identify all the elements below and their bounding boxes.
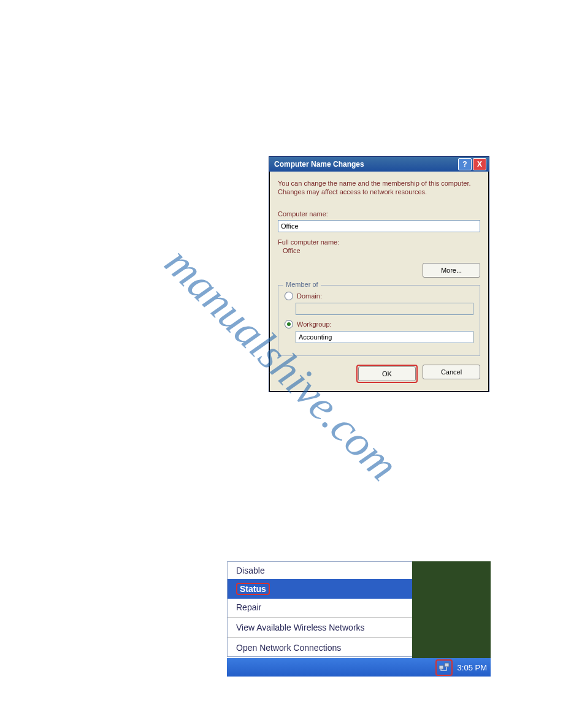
menu-item-open-connections[interactable]: Open Network Connections [228,639,413,656]
full-computer-name-value: Office [278,247,480,254]
network-tray-icon[interactable] [438,661,450,672]
svg-rect-0 [439,665,443,669]
full-computer-name-label: Full computer name: [278,238,480,246]
menu-item-status[interactable]: Status [228,579,413,599]
menu-item-wireless[interactable]: View Available Wireless Networks [228,619,413,636]
domain-input[interactable] [296,303,473,315]
dialog-titlebar[interactable]: Computer Name Changes ? X [269,157,489,172]
taskbar-clock: 3:05 PM [458,663,487,672]
network-icon-highlight [435,659,453,676]
domain-radio[interactable] [285,292,293,300]
ok-highlight: OK [356,365,418,383]
svg-rect-1 [445,663,449,667]
menu-item-disable[interactable]: Disable [228,562,413,579]
more-button[interactable]: More... [423,263,480,278]
workgroup-input[interactable] [296,331,473,343]
workgroup-radio[interactable] [285,320,293,328]
help-icon[interactable]: ? [458,158,472,170]
menu-item-repair[interactable]: Repair [228,599,413,616]
member-of-legend: Member of [283,281,321,288]
computer-name-input[interactable] [278,220,480,232]
systray-contextmenu-figure: Disable Status Repair View Available Wir… [227,561,491,677]
computer-name-changes-dialog: Computer Name Changes ? X You can change… [269,156,489,392]
menu-separator [228,617,413,618]
computer-name-label: Computer name: [278,210,480,218]
network-context-menu: Disable Status Repair View Available Wir… [227,561,413,657]
cancel-button[interactable]: Cancel [423,365,480,379]
member-of-group: Member of Domain: Workgroup: [278,285,480,356]
ok-button[interactable]: OK [358,366,416,381]
domain-label: Domain: [297,292,322,300]
menu-separator [228,637,413,638]
close-icon[interactable]: X [473,158,486,170]
dialog-title: Computer Name Changes [272,160,457,169]
workgroup-label: Workgroup: [297,320,332,328]
taskbar: 3:05 PM [227,658,491,677]
status-highlight: Status [236,583,270,595]
dialog-description: You can change the name and the membersh… [278,179,480,197]
